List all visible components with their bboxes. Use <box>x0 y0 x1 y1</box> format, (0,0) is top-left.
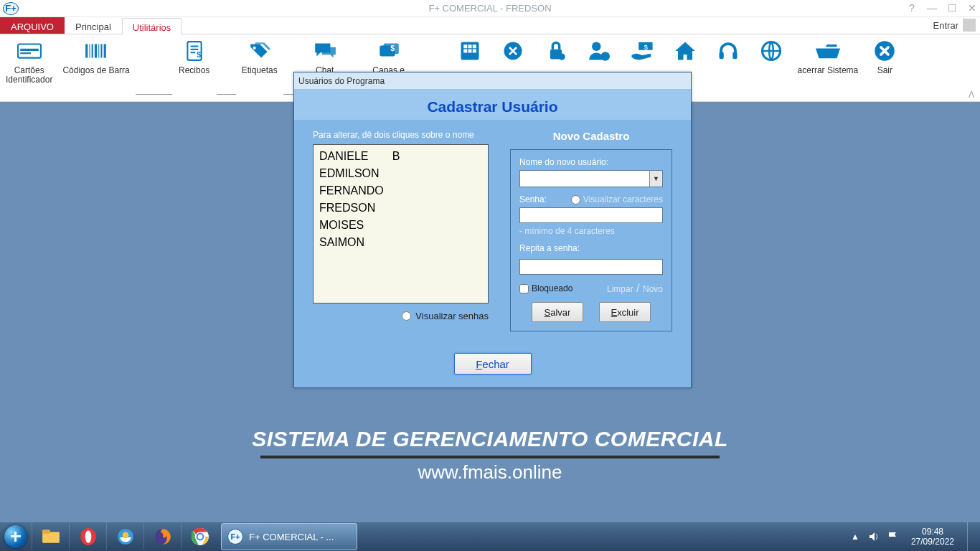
svg-text:$: $ <box>197 50 201 59</box>
ribbon-collapse-icon[interactable]: ᐱ <box>969 90 974 100</box>
svg-rect-34 <box>732 52 737 59</box>
brand-divider <box>260 456 720 458</box>
svg-rect-7 <box>98 44 99 57</box>
ribbon-encerrar[interactable]: acerrar Sistema <box>798 39 859 75</box>
ribbon-hidden-4[interactable] <box>583 39 616 63</box>
money-hand-icon: $ <box>628 39 656 63</box>
list-item[interactable]: FERNANDO <box>319 182 384 199</box>
svg-point-40 <box>85 530 91 542</box>
senha-input[interactable] <box>519 207 663 223</box>
taskbar-explorer[interactable] <box>32 523 69 550</box>
list-item[interactable]: MOISES <box>319 217 384 234</box>
ribbon-etiquetas[interactable]: Etiquetas <box>242 39 278 75</box>
tab-principal[interactable]: Principal <box>65 17 122 34</box>
tray-time: 09:48 <box>911 527 954 537</box>
workarea: SISTEMA DE GERENCIAMENTO COMERCIAL www.f… <box>0 102 980 522</box>
ribbon-cartoes[interactable]: CartõesIdentificador <box>6 39 52 85</box>
ribbon-sair[interactable]: Sair <box>868 39 901 75</box>
taskbar-ie[interactable] <box>106 523 143 550</box>
ribbon-chat[interactable]: Chat <box>308 39 341 75</box>
nome-input[interactable] <box>520 171 649 187</box>
excluir-button[interactable]: Excluir <box>599 302 651 322</box>
taskbar-firefox[interactable] <box>143 523 181 550</box>
show-desktop-button[interactable] <box>967 522 977 551</box>
tab-utilitarios[interactable]: Utilitários <box>122 18 182 34</box>
visualizar-senhas-option[interactable]: Visualizar senhas <box>313 311 489 321</box>
svg-point-30 <box>600 52 610 61</box>
maximize-icon[interactable]: ☐ <box>946 1 958 14</box>
lock-icon <box>542 39 570 63</box>
chat-icon <box>311 39 339 63</box>
dialog-titlebar-text: Usuários do Programa <box>298 76 385 86</box>
ribbon-hidden-6[interactable] <box>669 39 702 63</box>
minimize-icon[interactable]: — <box>925 1 938 14</box>
tray-clock[interactable]: 09:48 27/09/2022 <box>905 527 960 547</box>
ribbon-recibos[interactable]: $ Recibos <box>178 39 211 75</box>
ribbon-hidden-8[interactable] <box>755 39 788 63</box>
visualizar-senhas-radio[interactable] <box>402 311 411 321</box>
list-item[interactable]: DANIELE <box>319 148 384 165</box>
start-button[interactable] <box>0 522 32 551</box>
limpar-link[interactable]: Limpar <box>607 284 633 294</box>
enter-label: Entrar <box>933 20 958 31</box>
list-item[interactable]: EDMILSON <box>319 165 384 182</box>
ribbon-codigos-barra[interactable]: Códigos de Barra <box>62 39 129 75</box>
svg-text:$: $ <box>644 43 648 51</box>
svg-rect-6 <box>95 44 97 57</box>
globe-icon <box>757 39 786 63</box>
visualizar-caracteres-option[interactable]: Visualizar caracteres <box>571 194 663 204</box>
ribbon-hidden-7[interactable] <box>712 39 745 63</box>
novo-cadastro-title: Novo Cadastro <box>510 130 672 142</box>
nome-combo[interactable]: ▼ <box>519 170 663 187</box>
svg-rect-4 <box>90 44 90 57</box>
cards-icon: $ <box>374 39 403 63</box>
tools-icon <box>499 39 527 63</box>
ribbon-hidden-1[interactable] <box>453 39 486 63</box>
svg-rect-38 <box>42 529 50 533</box>
brand-block: SISTEMA DE GERENCIAMENTO COMERCIAL www.f… <box>0 427 980 484</box>
svg-rect-25 <box>472 50 476 53</box>
user-lock-icon <box>585 39 613 63</box>
ribbon-hidden-2[interactable] <box>496 39 529 63</box>
receipt-icon: $ <box>180 39 209 63</box>
repita-senha-input[interactable] <box>519 259 663 275</box>
close-icon[interactable]: ✕ <box>966 1 979 14</box>
svg-point-42 <box>122 532 128 539</box>
tray-volume-icon[interactable] <box>868 531 880 542</box>
user-list[interactable]: DANIELE EDMILSON FERNANDO FREDSON MOISES… <box>313 144 489 303</box>
repita-label: Repita a senha: <box>519 243 663 253</box>
bloqueado-option[interactable]: Bloqueado <box>519 283 573 293</box>
combo-dropdown-icon[interactable]: ▼ <box>649 171 662 187</box>
dialog-titlebar[interactable]: Usuários do Programa <box>294 72 691 90</box>
tags-icon <box>245 39 274 63</box>
ribbon-hidden-3[interactable] <box>540 39 573 63</box>
taskbar-app-fcomercial[interactable]: F+ F+ COMERCIAL - ... <box>221 523 357 550</box>
list-item[interactable]: FREDSON <box>319 199 384 217</box>
taskbar-app-label: F+ COMERCIAL - ... <box>249 532 334 542</box>
list-item[interactable]: SAIMON <box>319 234 384 251</box>
brand-url: www.fmais.online <box>0 461 980 484</box>
barcode-icon <box>82 39 110 63</box>
brand-title: SISTEMA DE GERENCIAMENTO COMERCIAL <box>0 427 980 451</box>
visualizar-caracteres-radio[interactable] <box>571 195 580 204</box>
tray-chevron-icon[interactable]: ▲ <box>849 531 861 542</box>
salvar-button[interactable]: Salvar <box>532 302 583 322</box>
bloqueado-checkbox[interactable] <box>519 284 529 293</box>
novo-link[interactable]: Novo <box>643 284 663 294</box>
svg-rect-9 <box>104 44 106 57</box>
ribbon-user-area[interactable]: Entrar <box>933 19 976 32</box>
ribbon-hidden-5[interactable]: $ <box>626 39 659 63</box>
help-icon[interactable]: ? <box>905 1 918 14</box>
folder-open-icon <box>814 39 842 63</box>
svg-rect-1 <box>20 49 39 51</box>
fechar-button[interactable]: Fechar <box>454 353 532 375</box>
ribbon-separator: ----------------- <box>136 39 172 99</box>
tray-date: 27/09/2022 <box>911 537 954 547</box>
windows-orb-icon <box>4 525 27 548</box>
nome-label: Nome do novo usuário: <box>519 157 663 167</box>
taskbar-opera[interactable] <box>69 523 106 550</box>
tab-arquivo[interactable]: ARQUIVO <box>0 17 65 34</box>
taskbar-chrome[interactable] <box>181 523 218 550</box>
tray-flag-icon[interactable] <box>887 531 898 542</box>
svg-rect-22 <box>472 44 476 48</box>
